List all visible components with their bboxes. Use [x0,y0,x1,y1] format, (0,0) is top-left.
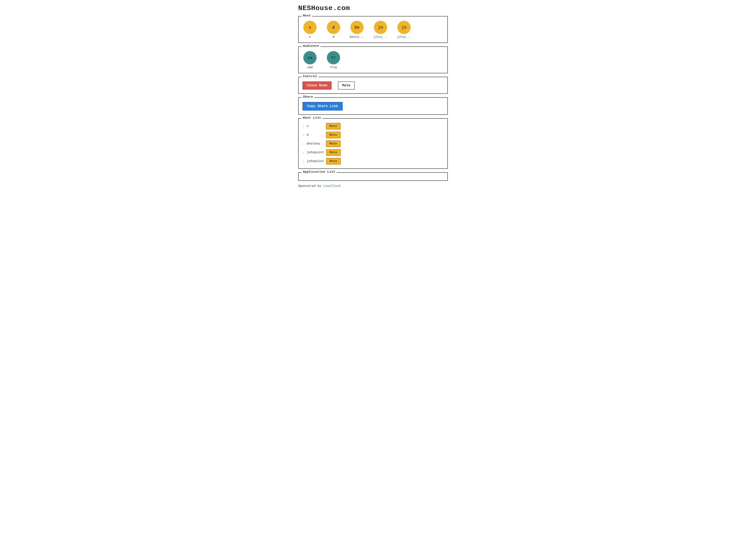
host-list-rows: ◇ x Mute ◇ d Mute ◇ bestony Mute ◇ johnp… [303,122,443,165]
close-room-button[interactable]: Close Room [303,82,332,90]
app-list-panel: Application List [298,172,448,181]
host-label-4[interactable]: johnp... [397,35,411,39]
host-list-name-3: johnpoint [307,151,324,154]
host-label-2: besto... [350,35,364,39]
audience-panel-legend: Audience [302,44,320,48]
host-list-row-4: ◇ johnpoint Mute [303,158,443,165]
audience-label-0: sad [307,66,313,69]
host-mute-button-3[interactable]: Mute [326,149,341,156]
host-list-name-1: d [307,133,324,137]
copy-share-link-button[interactable]: Copy Share Link [303,102,343,111]
diamond-icon-1: ◇ [303,134,304,137]
leancloud-link[interactable]: LeanCloud [323,184,341,188]
host-list-name-2: bestony [307,142,324,146]
host-member-0: x x [303,21,317,39]
host-member-1: d d [326,21,341,39]
diamond-icon-0: ◇ [303,125,304,128]
footer-text: Sponsored by [298,184,323,188]
app-list-legend: Application List [302,170,337,174]
audience-member-1: Tr Troy [326,51,341,69]
audience-avatar-grid: sa sad Tr Troy [303,50,443,69]
host-member-2: be besto... [349,21,365,39]
footer: Sponsored by LeanCloud [298,184,448,188]
host-avatar-3: jo [374,21,387,34]
audience-avatar-0: sa [303,51,317,64]
control-panel: Control Close Room Mute [298,77,448,94]
host-mute-button-4[interactable]: Mute [326,158,341,165]
host-list-row-2: ◇ bestony Mute [303,141,443,147]
diamond-icon-4: ◇ [303,160,304,163]
control-panel-legend: Control [302,75,318,78]
host-list-panel: Host List ◇ x Mute ◇ d Mute ◇ bestony Mu… [298,118,448,169]
host-avatar-1: d [327,21,340,34]
control-row: Close Room Mute [303,80,443,90]
host-avatar-4: jo [397,21,411,34]
host-list-row-0: ◇ x Mute [303,123,443,129]
host-list-row-1: ◇ d Mute [303,132,443,138]
audience-panel: Audience sa sad Tr Troy [298,47,448,73]
host-avatar-grid: x x d d be besto... jo johnp... jo johnp… [303,20,443,39]
audience-label-1: Troy [330,66,337,69]
host-panel-legend: Host [302,14,312,18]
audience-avatar-1: Tr [327,51,340,64]
audience-member-0: sa sad [303,51,317,69]
host-list-row-3: ◇ johnpoint Mute [303,149,443,156]
page-title: NESHouse.com [298,4,448,12]
host-label-1: d [333,35,334,39]
host-member-4: jo johnp... [397,21,411,39]
host-panel: Host x x d d be besto... jo johnp... jo … [298,16,448,43]
host-list-name-0: x [307,124,324,128]
host-mute-button-2[interactable]: Mute [326,141,341,147]
share-panel-legend: Share [302,95,314,99]
host-member-3: jo johnp... [373,21,388,39]
host-list-name-4: johnpoint [307,159,324,163]
share-panel: Share Copy Share Link [298,97,448,115]
host-mute-button-0[interactable]: Mute [326,123,341,129]
diamond-icon-2: ◇ [303,142,304,146]
host-mute-button-1[interactable]: Mute [326,132,341,138]
host-avatar-0: x [303,21,317,34]
host-list-legend: Host List [302,116,322,120]
diamond-icon-3: ◇ [303,151,304,154]
host-label-0: x [309,35,311,39]
host-label-3[interactable]: johnp... [373,35,388,39]
mute-button[interactable]: Mute [338,82,354,90]
host-avatar-2: be [350,21,364,34]
